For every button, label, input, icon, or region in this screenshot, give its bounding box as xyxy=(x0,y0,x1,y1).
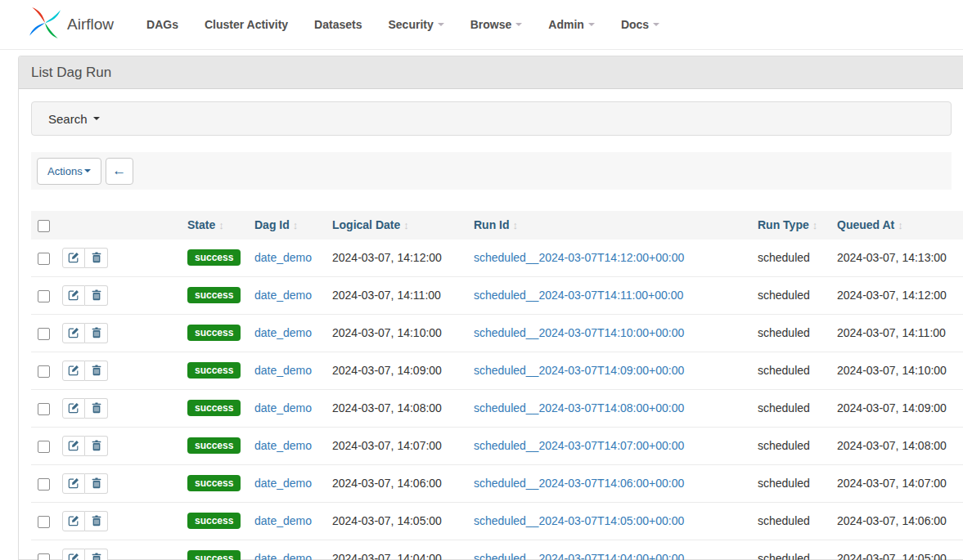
nav-item[interactable]: Docs xyxy=(621,18,659,31)
chevron-down-icon xyxy=(653,23,659,26)
edit-record-button[interactable] xyxy=(62,323,85,343)
table-row: success date_demo 2024-03-07, 14:05:00 s… xyxy=(31,502,963,540)
logical-date-cell: 2024-03-07, 14:07:00 xyxy=(328,427,470,464)
row-checkbox[interactable] xyxy=(38,253,50,265)
column-header-queued-at[interactable]: Queued At↕ xyxy=(833,211,963,240)
dag-id-link[interactable]: date_demo xyxy=(254,552,312,560)
nav-item[interactable]: Admin xyxy=(548,18,595,31)
delete-record-button[interactable] xyxy=(85,323,108,343)
table-header-row: State↕ Dag Id↕ Logical Date↕ Run Id↕ Run… xyxy=(31,211,963,240)
delete-record-button[interactable] xyxy=(85,549,108,560)
delete-record-button[interactable] xyxy=(85,361,108,381)
logical-date-cell: 2024-03-07, 14:09:00 xyxy=(328,352,470,389)
logical-date-cell: 2024-03-07, 14:06:00 xyxy=(328,464,470,502)
run-id-link[interactable]: scheduled__2024-03-07T14:10:00+00:00 xyxy=(474,326,684,339)
column-header-dag-id[interactable]: Dag Id↕ xyxy=(250,211,328,240)
trash-icon xyxy=(91,477,102,489)
row-checkbox[interactable] xyxy=(38,553,50,560)
table-row: success date_demo 2024-03-07, 14:10:00 s… xyxy=(31,314,963,352)
row-checkbox[interactable] xyxy=(38,290,50,302)
nav-item[interactable]: Browse xyxy=(470,18,523,31)
queued-at-cell: 2024-03-07, 14:12:00 xyxy=(833,276,963,314)
run-id-link[interactable]: scheduled__2024-03-07T14:08:00+00:00 xyxy=(474,401,684,414)
nav-item[interactable]: Security xyxy=(388,18,443,31)
logical-date-cell: 2024-03-07, 14:10:00 xyxy=(328,314,470,352)
pencil-square-icon xyxy=(68,289,79,301)
column-header-run-type[interactable]: Run Type↕ xyxy=(754,211,833,240)
edit-record-button[interactable] xyxy=(62,436,85,456)
nav-item-label: Cluster Activity xyxy=(205,18,288,31)
nav-item-label: Admin xyxy=(548,18,584,31)
search-collapse-bar[interactable]: Search xyxy=(31,101,952,136)
delete-record-button[interactable] xyxy=(85,285,108,306)
edit-record-button[interactable] xyxy=(62,285,85,306)
edit-record-button[interactable] xyxy=(62,361,85,381)
actions-dropdown-button[interactable]: Actions xyxy=(37,158,101,185)
run-id-link[interactable]: scheduled__2024-03-07T14:11:00+00:00 xyxy=(474,289,683,302)
row-checkbox[interactable] xyxy=(38,403,50,415)
state-badge: success xyxy=(187,400,241,416)
dag-id-link[interactable]: date_demo xyxy=(254,514,312,527)
delete-record-button[interactable] xyxy=(85,436,108,456)
nav-item[interactable]: Datasets xyxy=(314,18,362,31)
delete-record-button[interactable] xyxy=(85,248,108,268)
sort-icon: ↕ xyxy=(293,219,299,231)
edit-record-button[interactable] xyxy=(62,473,85,494)
delete-record-button[interactable] xyxy=(85,398,108,419)
run-id-link[interactable]: scheduled__2024-03-07T14:04:00+00:00 xyxy=(474,552,684,560)
actions-column-header xyxy=(58,211,183,240)
airflow-brand[interactable]: Airflow xyxy=(28,6,114,43)
edit-record-button[interactable] xyxy=(62,398,85,419)
nav-item-label: DAGs xyxy=(146,18,178,31)
run-type-cell: scheduled xyxy=(754,314,833,352)
delete-record-button[interactable] xyxy=(85,473,108,494)
pencil-square-icon xyxy=(68,553,79,560)
nav-item[interactable]: Cluster Activity xyxy=(205,18,288,31)
trash-icon xyxy=(91,440,102,451)
column-header-logical-date[interactable]: Logical Date↕ xyxy=(328,211,470,240)
trash-icon xyxy=(91,252,102,263)
chevron-down-icon xyxy=(588,23,595,26)
chevron-down-icon xyxy=(515,23,522,26)
queued-at-cell: 2024-03-07, 14:06:00 xyxy=(833,502,963,540)
page-title: List Dag Run xyxy=(19,56,963,89)
dag-id-link[interactable]: date_demo xyxy=(254,326,312,339)
dag-id-link[interactable]: date_demo xyxy=(254,251,312,264)
logical-date-cell: 2024-03-07, 14:12:00 xyxy=(328,240,470,277)
row-checkbox[interactable] xyxy=(38,441,50,453)
run-id-link[interactable]: scheduled__2024-03-07T14:06:00+00:00 xyxy=(474,477,684,490)
logical-date-cell: 2024-03-07, 14:05:00 xyxy=(328,502,470,540)
select-all-checkbox[interactable] xyxy=(38,220,50,232)
row-checkbox[interactable] xyxy=(38,516,50,528)
run-id-link[interactable]: scheduled__2024-03-07T14:09:00+00:00 xyxy=(474,364,684,377)
dag-id-link[interactable]: date_demo xyxy=(254,439,312,452)
dag-id-link[interactable]: date_demo xyxy=(254,289,312,302)
dag-id-link[interactable]: date_demo xyxy=(254,364,312,377)
edit-record-button[interactable] xyxy=(62,511,85,531)
column-header-state[interactable]: State↕ xyxy=(183,211,250,240)
run-type-cell: scheduled xyxy=(754,427,833,464)
run-id-link[interactable]: scheduled__2024-03-07T14:12:00+00:00 xyxy=(474,251,684,264)
delete-record-button[interactable] xyxy=(85,511,108,531)
back-button[interactable]: ← xyxy=(106,158,133,185)
dag-id-link[interactable]: date_demo xyxy=(254,477,312,490)
chevron-down-icon xyxy=(438,23,444,26)
list-dag-run-panel: List Dag Run Search Actions ← State↕ xyxy=(18,56,963,560)
edit-record-button[interactable] xyxy=(62,248,85,268)
row-checkbox[interactable] xyxy=(38,365,50,378)
column-header-run-id[interactable]: Run Id↕ xyxy=(470,211,754,240)
edit-record-button[interactable] xyxy=(62,549,85,560)
queued-at-cell: 2024-03-07, 14:05:00 xyxy=(833,540,963,560)
dag-run-table: State↕ Dag Id↕ Logical Date↕ Run Id↕ Run… xyxy=(31,211,963,560)
state-badge: success xyxy=(187,475,241,491)
run-id-link[interactable]: scheduled__2024-03-07T14:05:00+00:00 xyxy=(474,514,684,527)
table-row: success date_demo 2024-03-07, 14:06:00 s… xyxy=(31,464,963,502)
dag-id-link[interactable]: date_demo xyxy=(254,401,312,414)
row-checkbox[interactable] xyxy=(38,478,50,491)
nav-item-label: Datasets xyxy=(314,18,362,31)
row-checkbox[interactable] xyxy=(38,328,50,340)
nav-item[interactable]: DAGs xyxy=(146,18,178,31)
run-id-link[interactable]: scheduled__2024-03-07T14:07:00+00:00 xyxy=(474,439,684,452)
queued-at-cell: 2024-03-07, 14:13:00 xyxy=(833,240,963,277)
chevron-down-icon xyxy=(93,117,100,120)
